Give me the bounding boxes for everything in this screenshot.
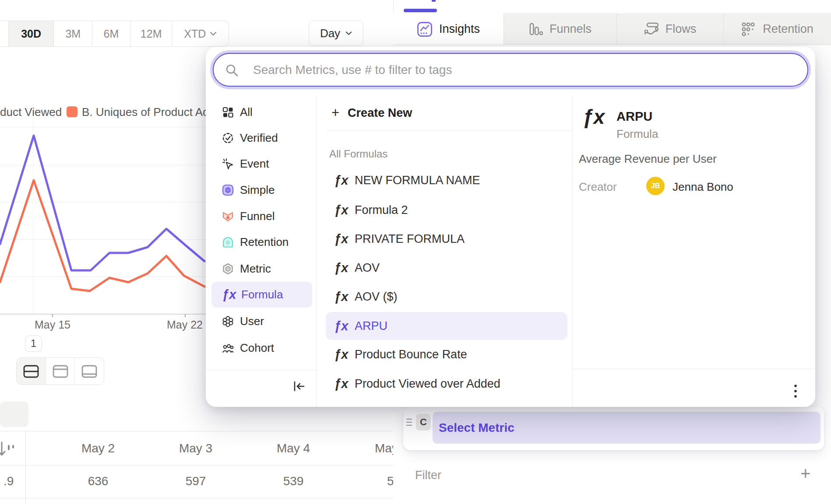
formula-item[interactable]: ƒx PRIVATE FORMULA	[326, 226, 567, 252]
modal-column-divider	[316, 95, 317, 407]
category-all[interactable]: All	[211, 99, 312, 125]
formula-item[interactable]: ƒx NEW FORMULA NAME	[326, 168, 567, 193]
category-simple[interactable]: Simple	[211, 177, 312, 203]
formula-name: Product Bounce Rate	[355, 348, 467, 361]
formula-name: PRIVATE FORMULA	[355, 232, 465, 246]
metric-slot-card: C Select Metric	[403, 406, 824, 450]
tab-flows[interactable]: Flows	[616, 13, 723, 45]
grid-all-icon	[222, 106, 234, 118]
formula-item[interactable]: ƒx AOV ($)	[326, 284, 567, 309]
create-new-button[interactable]: + Create New	[331, 102, 412, 124]
flows-wave-icon	[644, 22, 659, 36]
line-chart[interactable]	[0, 114, 206, 315]
fx-icon: ƒx	[334, 377, 347, 391]
detail-creator-label: Creator	[579, 180, 617, 194]
category-label: Retention	[240, 235, 289, 249]
tab-retention[interactable]: Retention	[723, 13, 831, 45]
time-range-xtd-dropdown[interactable]: XTD	[172, 21, 229, 46]
table-header[interactable]: May 3	[165, 441, 226, 456]
formula-name: NEW FORMULA NAME	[355, 174, 480, 187]
sort-descending-icon[interactable]	[0, 440, 16, 458]
tab-insights[interactable]: Insights	[393, 13, 504, 45]
section-header: All Formulas	[329, 148, 387, 160]
formula-item[interactable]: ƒx Product Viewed over Added	[326, 371, 567, 396]
table-header[interactable]: May 2	[67, 441, 129, 456]
category-label: Funnel	[240, 210, 275, 223]
metric-hexagon-icon	[222, 263, 234, 275]
panel-divider	[393, 0, 394, 13]
retention-metric-icon	[222, 236, 234, 248]
time-range-6m-button[interactable]: 6M	[92, 21, 130, 46]
category-label: User	[240, 315, 264, 328]
verified-badge-icon	[222, 132, 234, 144]
event-cursor-icon	[222, 158, 234, 170]
tab-funnels[interactable]: Funnels	[504, 13, 616, 45]
layout-header-top-button[interactable]	[46, 358, 75, 385]
category-metric[interactable]: Metric	[211, 256, 312, 282]
fx-icon: ƒx	[334, 261, 347, 275]
user-flower-icon	[222, 315, 234, 327]
category-retention[interactable]: Retention	[211, 229, 312, 255]
cohort-people-icon	[222, 342, 234, 354]
layout-footer-bottom-button[interactable]	[74, 358, 104, 385]
time-range-30d-button[interactable]: 30D	[8, 21, 54, 46]
fx-icon: ƒx	[334, 232, 347, 246]
category-event[interactable]: Event	[211, 151, 312, 177]
time-range-3m-button[interactable]: 3M	[53, 21, 92, 46]
table-column-divider	[25, 431, 26, 504]
formula-fx-icon: ƒx	[222, 287, 235, 302]
category-cohort[interactable]: Cohort	[211, 335, 312, 361]
sidebar-footer-divider	[206, 370, 316, 370]
select-metric-button[interactable]: Select Metric	[433, 412, 820, 444]
tabbar-border	[393, 45, 831, 46]
formula-item[interactable]: ƒx Formula 2	[326, 197, 567, 223]
table-cell: 539	[263, 474, 324, 489]
formula-name: Product Viewed over Added	[355, 377, 500, 391]
table-border	[0, 431, 399, 431]
formula-item-selected[interactable]: ƒx ARPU	[326, 312, 567, 340]
tab-retention-label: Retention	[763, 22, 813, 36]
modal-column-divider	[572, 95, 573, 407]
category-label: Cohort	[240, 341, 274, 355]
time-range-control: 30D 3M 6M 12M XTD	[0, 21, 229, 47]
category-label: Simple	[240, 183, 275, 197]
detail-title: ARPU	[616, 109, 652, 124]
detail-description: Average Revenue per User	[579, 152, 717, 166]
retention-dots-icon	[741, 22, 756, 37]
fx-icon: ƒx	[334, 203, 347, 217]
insights-chart-icon	[417, 21, 433, 37]
category-funnel[interactable]: Funnel	[211, 203, 312, 229]
collapse-sidebar-icon[interactable]	[292, 380, 306, 392]
drag-handle-icon[interactable]	[406, 419, 412, 428]
page-number-badge[interactable]: 1	[25, 336, 42, 352]
fx-icon: ƒx	[334, 319, 347, 333]
layout-split-rows-button[interactable]	[17, 358, 46, 385]
detail-type: Formula	[616, 127, 658, 141]
category-formula[interactable]: ƒx Formula	[211, 282, 312, 308]
kebab-menu-icon[interactable]	[793, 384, 798, 399]
category-label: Metric	[240, 262, 271, 276]
time-range-12m-button[interactable]: 12M	[130, 21, 172, 46]
category-user[interactable]: User	[211, 308, 312, 334]
simple-metric-icon	[222, 184, 234, 196]
formula-name: ARPU	[355, 319, 387, 333]
formula-item[interactable]: ƒx Product Bounce Rate	[326, 342, 567, 367]
plus-icon: +	[331, 105, 339, 121]
granularity-dropdown[interactable]: Day	[309, 21, 363, 46]
category-label: Verified	[240, 131, 278, 145]
shortcut-badge: C	[416, 414, 431, 430]
chevron-down-icon	[210, 32, 217, 36]
active-tab-indicator	[404, 9, 437, 12]
search-input[interactable]	[253, 54, 778, 86]
xtd-label: XTD	[184, 28, 206, 40]
detail-footer-divider	[572, 369, 815, 369]
formula-item[interactable]: ƒx AOV	[326, 255, 567, 280]
add-filter-button[interactable]: +	[800, 464, 810, 483]
chevron-down-icon	[345, 31, 352, 35]
category-label: Formula	[241, 288, 283, 301]
time-range-cut-button[interactable]	[0, 21, 8, 46]
tab-insights-label: Insights	[439, 22, 480, 36]
table-header[interactable]: May 4	[263, 441, 324, 456]
table-cell: .9	[4, 474, 14, 489]
category-verified[interactable]: Verified	[211, 125, 312, 151]
